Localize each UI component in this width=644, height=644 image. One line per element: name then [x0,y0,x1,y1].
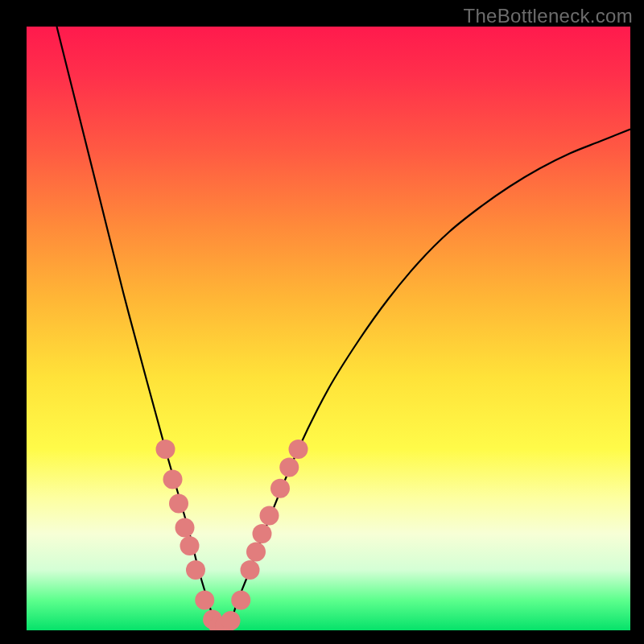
data-marker [279,458,299,477]
chart-frame: TheBottleneck.com [0,0,644,644]
data-marker [156,440,175,459]
chart-svg [27,27,630,630]
curve-markers [156,440,308,630]
data-marker [253,524,272,543]
watermark-text: TheBottleneck.com [463,5,633,27]
data-marker [231,591,250,610]
data-marker [163,470,183,489]
data-marker [180,536,200,555]
data-marker [246,543,266,562]
data-marker [186,560,205,580]
data-marker [270,479,290,498]
data-marker [169,494,188,514]
data-marker [260,506,279,526]
data-marker [241,560,260,580]
data-marker [175,518,195,538]
plot-area [27,27,630,630]
data-marker [195,591,214,610]
bottleneck-curve [57,27,631,629]
data-marker [289,440,308,459]
data-marker [221,611,241,630]
